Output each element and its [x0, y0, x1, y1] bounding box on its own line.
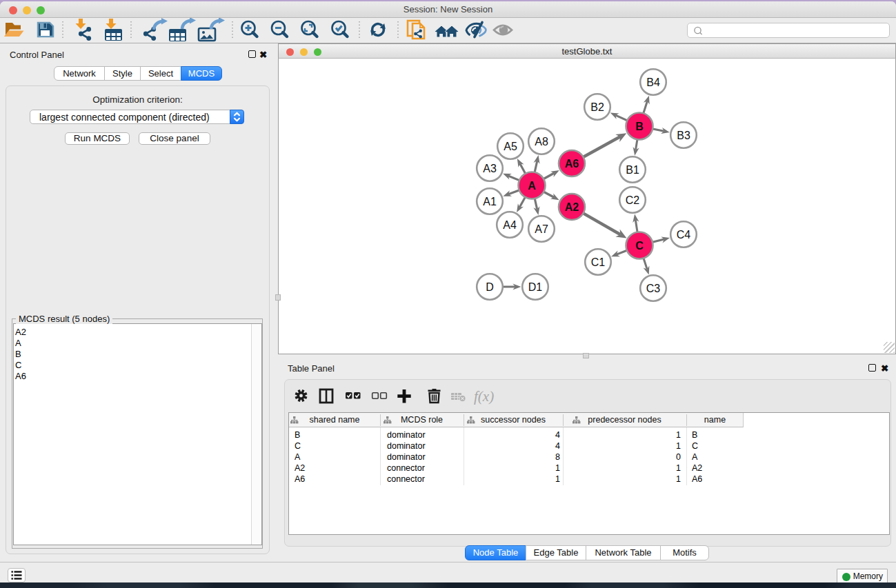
svg-text:B1: B1 — [626, 164, 639, 176]
svg-text:A5: A5 — [504, 141, 517, 152]
svg-text:C: C — [635, 240, 644, 252]
svg-text:A2: A2 — [565, 201, 579, 213]
svg-text:B4: B4 — [646, 77, 660, 88]
svg-text:C1: C1 — [591, 256, 606, 268]
svg-text:A1: A1 — [483, 196, 497, 207]
svg-text:C2: C2 — [626, 194, 640, 206]
svg-text:A6: A6 — [565, 158, 579, 170]
svg-text:A8: A8 — [535, 136, 548, 148]
svg-text:A: A — [528, 180, 536, 192]
svg-text:B3: B3 — [677, 130, 690, 141]
svg-text:A4: A4 — [503, 219, 517, 231]
svg-text:B: B — [635, 121, 644, 132]
svg-text:D: D — [486, 281, 494, 293]
svg-text:C3: C3 — [646, 283, 661, 294]
svg-text:f(x): f(x) — [474, 388, 494, 405]
svg-text:A3: A3 — [483, 163, 497, 174]
svg-text:C4: C4 — [677, 229, 691, 241]
svg-text:B2: B2 — [590, 101, 604, 113]
svg-text:A7: A7 — [535, 223, 548, 235]
svg-text:D1: D1 — [528, 281, 543, 293]
